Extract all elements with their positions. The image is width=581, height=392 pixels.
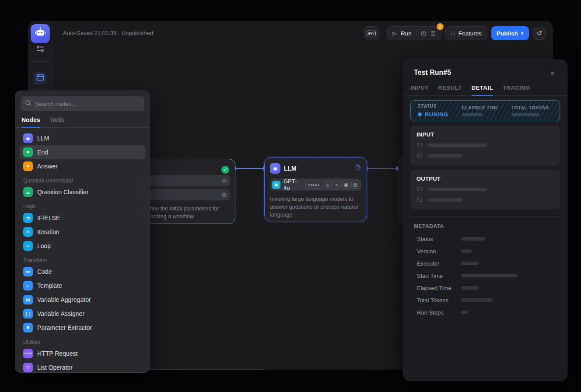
start-node[interactable]: ✓ ▤ ▥ Define the initial parameters for … bbox=[137, 159, 235, 224]
node-search[interactable] bbox=[21, 96, 144, 111]
publish-button[interactable]: Publish ∨ bbox=[491, 26, 529, 40]
node-item-template[interactable]: ◐ Template bbox=[20, 279, 145, 293]
loop-icon: ∞ bbox=[23, 241, 33, 251]
llm-icon: ◉ bbox=[23, 133, 33, 143]
tab-nodes[interactable]: Nodes bbox=[21, 116, 40, 127]
node-item-llm[interactable]: ◉ LLM bbox=[20, 131, 145, 145]
input-card: INPUT 01 02 bbox=[410, 126, 560, 165]
llm-node[interactable]: ◉ LLM bbox=[264, 158, 367, 221]
autosave-status: Auto-Saved 21:02:35 · Unpublished bbox=[63, 30, 153, 36]
tab-tracing[interactable]: TRACING bbox=[503, 84, 530, 95]
total-tokens-label: TOTAL TOKENS bbox=[511, 105, 553, 110]
node-item-list-operator[interactable]: ▽ List Operator bbox=[20, 360, 145, 373]
node-item-http-request[interactable]: HTTP HTTP Request bbox=[20, 346, 145, 360]
section-utilities: Utilities bbox=[20, 335, 145, 346]
skeleton-bar bbox=[428, 144, 487, 147]
node-item-label: End bbox=[37, 149, 48, 156]
run-button-group: ▷ Run ◷ ≣ 2 bbox=[387, 26, 441, 40]
parameter-extractor-icon: ⠿ bbox=[23, 323, 33, 332]
app-window: Auto-Saved 21:02:35 · Unpublished ENV ▷ … bbox=[0, 0, 581, 392]
env-icon: ENV bbox=[367, 31, 376, 36]
canvas-toolbar: + bbox=[145, 369, 267, 370]
skeleton-bar bbox=[461, 237, 485, 241]
elapsed-time-label: ELAPSED TIME bbox=[462, 105, 511, 110]
env-button[interactable]: ENV bbox=[364, 26, 379, 40]
topbar-actions: ENV ▷ Run ◷ ≣ 2 ∷ Features Publish ∨ ↺ bbox=[364, 26, 546, 40]
features-icon: ∷ bbox=[451, 30, 455, 36]
tab-tools[interactable]: Tools bbox=[50, 116, 64, 127]
robot-icon bbox=[35, 27, 46, 40]
vision-icon: ◎ bbox=[324, 181, 332, 189]
skeleton-bar bbox=[461, 311, 468, 314]
meta-row-elapsed-time: Elapsed Time bbox=[410, 282, 560, 294]
skeleton-bar bbox=[428, 188, 487, 191]
preview-window-button[interactable] bbox=[34, 72, 47, 85]
panel-title: Test Run#5 bbox=[414, 69, 556, 77]
start-variable-row[interactable]: ▥ bbox=[143, 189, 230, 200]
node-item-label: Template bbox=[37, 282, 62, 289]
node-item-variable-aggregator[interactable]: {x} Variable Aggregator bbox=[20, 293, 145, 307]
node-item-label: Iteration bbox=[37, 228, 60, 235]
node-item-question-classifier[interactable]: ☰ Question Classifier bbox=[20, 185, 145, 199]
close-button[interactable]: × bbox=[547, 68, 558, 79]
run-history-icon[interactable]: ◷ bbox=[421, 30, 426, 36]
node-item-ifelse[interactable]: ⇉ IF/ELSE bbox=[20, 211, 145, 225]
edge-start-to-llm bbox=[235, 168, 264, 169]
run-panel-tabs: INPUT RESULT DETAIL TRACING bbox=[403, 84, 567, 96]
meta-label: Elapsed Time bbox=[417, 285, 461, 291]
copy-icon: ▥ bbox=[222, 192, 227, 198]
checklist-badge: 2 bbox=[437, 23, 444, 30]
line-number: 02 bbox=[416, 153, 424, 159]
start-variable-row[interactable]: ▤ bbox=[143, 175, 230, 186]
tab-result[interactable]: RESULT bbox=[438, 84, 462, 95]
node-list: ◉ LLM ⚑ End ⚑ Answer Question Understand… bbox=[15, 128, 150, 373]
node-item-iteration[interactable]: ↻ Iteration bbox=[20, 225, 145, 239]
node-item-end[interactable]: ⚑ End bbox=[20, 145, 145, 159]
history-icon: ↺ bbox=[537, 29, 542, 37]
tab-input[interactable]: INPUT bbox=[410, 84, 429, 95]
run-group-divider bbox=[416, 30, 416, 36]
node-item-label: LLM bbox=[37, 135, 49, 142]
node-picker-panel: Nodes Tools ◉ LLM ⚑ End ⚑ Answer Questio… bbox=[15, 91, 150, 373]
chat-mode-badge: CHAT bbox=[305, 181, 322, 189]
audio-icon: ∿ bbox=[333, 181, 341, 189]
status-label: STATUS bbox=[418, 104, 462, 108]
node-item-label: Question Classifier bbox=[37, 189, 89, 196]
branch-icon: ⇉ bbox=[23, 213, 33, 223]
node-item-label: Variable Assigner bbox=[37, 310, 84, 317]
node-item-answer[interactable]: ⚑ Answer bbox=[20, 159, 145, 173]
workflow-settings-icon[interactable] bbox=[35, 45, 45, 54]
version-history-button[interactable]: ↺ bbox=[533, 27, 546, 40]
metadata-divider bbox=[410, 216, 560, 217]
node-item-variable-assigner[interactable]: {=} Variable Assigner bbox=[20, 307, 145, 321]
node-item-label: List Operator bbox=[37, 364, 73, 371]
node-item-label: Variable Aggregator bbox=[37, 296, 91, 303]
node-item-parameter-extractor[interactable]: ⠿ Parameter Extractor bbox=[20, 321, 145, 335]
meta-label: Version bbox=[417, 248, 461, 255]
checklist-icon[interactable]: ≣ bbox=[430, 30, 436, 36]
end-icon: ⚑ bbox=[23, 147, 33, 157]
node-item-code[interactable]: </> Code bbox=[20, 265, 145, 279]
edge-llm-to-end bbox=[367, 168, 398, 169]
skeleton-bar bbox=[428, 154, 462, 158]
node-item-label: IF/ELSE bbox=[37, 214, 60, 221]
app-logo[interactable] bbox=[31, 24, 50, 43]
llm-node-title: LLM bbox=[284, 165, 297, 172]
test-run-panel: Test Run#5 × INPUT RESULT DETAIL TRACING… bbox=[403, 60, 567, 381]
meta-row-status: Status bbox=[410, 233, 560, 245]
http-icon: HTTP bbox=[23, 349, 33, 358]
meta-row-total-tokens: Total Tokens bbox=[410, 294, 560, 306]
node-item-loop[interactable]: ∞ Loop bbox=[20, 239, 145, 253]
rail-divider bbox=[32, 61, 49, 62]
search-input[interactable] bbox=[35, 101, 140, 107]
node-item-label: Answer bbox=[37, 163, 58, 170]
model-selector[interactable]: GPT-4o CHAT ◎ ∿ ▣ ▤ bbox=[270, 178, 361, 191]
output-card: OUTPUT 01 02 bbox=[410, 170, 560, 210]
tab-detail[interactable]: DETAIL bbox=[472, 84, 493, 95]
meta-row-run-steps: Run Steps bbox=[410, 306, 560, 318]
features-button[interactable]: ∷ Features bbox=[445, 26, 487, 40]
iteration-icon: ↻ bbox=[23, 227, 33, 237]
running-spinner-icon bbox=[354, 164, 361, 173]
run-button[interactable]: Run bbox=[401, 30, 412, 37]
variable-aggregator-icon: {x} bbox=[23, 295, 33, 304]
